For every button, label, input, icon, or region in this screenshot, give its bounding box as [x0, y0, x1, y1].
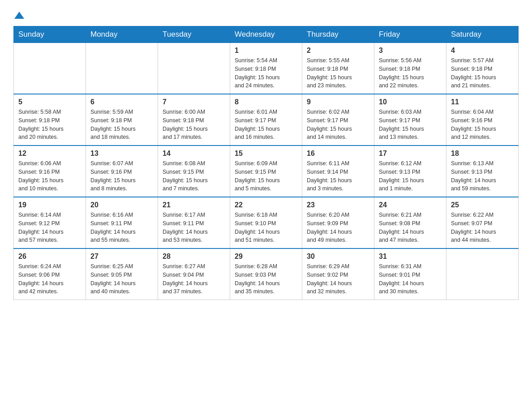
logo-triangle-icon	[14, 12, 24, 19]
calendar-cell: 24Sunrise: 6:21 AM Sunset: 9:08 PM Dayli…	[374, 197, 446, 248]
day-number: 2	[307, 47, 369, 55]
calendar-cell: 9Sunrise: 6:02 AM Sunset: 9:17 PM Daylig…	[302, 94, 374, 146]
day-number: 24	[379, 201, 442, 209]
calendar-cell	[446, 248, 519, 300]
calendar-cell: 12Sunrise: 6:06 AM Sunset: 9:16 PM Dayli…	[14, 146, 86, 197]
day-info: Sunrise: 6:27 AM Sunset: 9:04 PM Dayligh…	[163, 262, 225, 296]
day-number: 1	[235, 47, 297, 55]
calendar-cell: 11Sunrise: 6:04 AM Sunset: 9:16 PM Dayli…	[446, 94, 519, 146]
day-info: Sunrise: 6:07 AM Sunset: 9:16 PM Dayligh…	[90, 159, 153, 193]
day-number: 22	[235, 201, 297, 209]
calendar-cell: 30Sunrise: 6:29 AM Sunset: 9:02 PM Dayli…	[302, 248, 374, 300]
calendar-cell: 25Sunrise: 6:22 AM Sunset: 9:07 PM Dayli…	[446, 197, 519, 248]
day-number: 5	[18, 98, 81, 106]
calendar-cell: 13Sunrise: 6:07 AM Sunset: 9:16 PM Dayli…	[86, 146, 158, 197]
col-header-monday: Monday	[86, 26, 158, 43]
calendar-cell: 15Sunrise: 6:09 AM Sunset: 9:15 PM Dayli…	[230, 146, 302, 197]
calendar-cell: 4Sunrise: 5:57 AM Sunset: 9:18 PM Daylig…	[446, 43, 519, 94]
day-number: 27	[90, 253, 153, 261]
day-info: Sunrise: 6:25 AM Sunset: 9:05 PM Dayligh…	[90, 262, 153, 296]
day-number: 31	[379, 253, 442, 261]
day-info: Sunrise: 6:02 AM Sunset: 9:17 PM Dayligh…	[307, 108, 369, 141]
day-info: Sunrise: 6:17 AM Sunset: 9:11 PM Dayligh…	[163, 211, 225, 244]
col-header-saturday: Saturday	[446, 26, 519, 43]
day-number: 28	[163, 253, 225, 261]
calendar-cell: 23Sunrise: 6:20 AM Sunset: 9:09 PM Dayli…	[302, 197, 374, 248]
day-info: Sunrise: 5:55 AM Sunset: 9:18 PM Dayligh…	[307, 56, 369, 90]
calendar-cell: 31Sunrise: 6:31 AM Sunset: 9:01 PM Dayli…	[374, 248, 446, 300]
day-number: 15	[235, 150, 297, 158]
calendar-cell: 29Sunrise: 6:28 AM Sunset: 9:03 PM Dayli…	[230, 248, 302, 300]
day-number: 16	[307, 150, 369, 158]
day-info: Sunrise: 6:18 AM Sunset: 9:10 PM Dayligh…	[235, 211, 297, 244]
day-info: Sunrise: 6:03 AM Sunset: 9:17 PM Dayligh…	[379, 108, 442, 141]
day-info: Sunrise: 6:22 AM Sunset: 9:07 PM Dayligh…	[451, 211, 514, 244]
col-header-wednesday: Wednesday	[230, 26, 302, 43]
calendar-cell: 19Sunrise: 6:14 AM Sunset: 9:12 PM Dayli…	[14, 197, 86, 248]
day-info: Sunrise: 6:21 AM Sunset: 9:08 PM Dayligh…	[379, 211, 442, 244]
calendar-cell: 27Sunrise: 6:25 AM Sunset: 9:05 PM Dayli…	[86, 248, 158, 300]
day-info: Sunrise: 6:20 AM Sunset: 9:09 PM Dayligh…	[307, 211, 369, 244]
day-info: Sunrise: 6:06 AM Sunset: 9:16 PM Dayligh…	[18, 159, 81, 193]
page-header	[13, 9, 519, 21]
day-info: Sunrise: 6:08 AM Sunset: 9:15 PM Dayligh…	[163, 159, 225, 193]
day-number: 12	[18, 150, 81, 158]
day-info: Sunrise: 6:24 AM Sunset: 9:06 PM Dayligh…	[18, 262, 81, 296]
day-info: Sunrise: 5:57 AM Sunset: 9:18 PM Dayligh…	[451, 56, 514, 90]
calendar-cell: 18Sunrise: 6:13 AM Sunset: 9:13 PM Dayli…	[446, 146, 519, 197]
day-info: Sunrise: 6:31 AM Sunset: 9:01 PM Dayligh…	[379, 262, 442, 296]
day-number: 14	[163, 150, 225, 158]
day-info: Sunrise: 6:00 AM Sunset: 9:18 PM Dayligh…	[163, 108, 225, 141]
day-info: Sunrise: 6:14 AM Sunset: 9:12 PM Dayligh…	[18, 211, 81, 244]
day-info: Sunrise: 5:56 AM Sunset: 9:18 PM Dayligh…	[379, 56, 442, 90]
day-number: 25	[451, 201, 514, 209]
calendar-cell: 6Sunrise: 5:59 AM Sunset: 9:18 PM Daylig…	[86, 94, 158, 146]
calendar-cell: 22Sunrise: 6:18 AM Sunset: 9:10 PM Dayli…	[230, 197, 302, 248]
calendar-cell: 2Sunrise: 5:55 AM Sunset: 9:18 PM Daylig…	[302, 43, 374, 94]
day-info: Sunrise: 6:01 AM Sunset: 9:17 PM Dayligh…	[235, 108, 297, 141]
col-header-thursday: Thursday	[302, 26, 374, 43]
day-info: Sunrise: 6:09 AM Sunset: 9:15 PM Dayligh…	[235, 159, 297, 193]
calendar-cell: 10Sunrise: 6:03 AM Sunset: 9:17 PM Dayli…	[374, 94, 446, 146]
day-number: 20	[90, 201, 153, 209]
day-info: Sunrise: 6:04 AM Sunset: 9:16 PM Dayligh…	[451, 108, 514, 141]
calendar-cell: 14Sunrise: 6:08 AM Sunset: 9:15 PM Dayli…	[158, 146, 230, 197]
day-info: Sunrise: 5:59 AM Sunset: 9:18 PM Dayligh…	[90, 108, 153, 141]
day-number: 10	[379, 98, 442, 106]
day-info: Sunrise: 6:29 AM Sunset: 9:02 PM Dayligh…	[307, 262, 369, 296]
calendar-table: SundayMondayTuesdayWednesdayThursdayFrid…	[13, 26, 519, 300]
day-number: 13	[90, 150, 153, 158]
day-number: 17	[379, 150, 442, 158]
calendar-cell: 8Sunrise: 6:01 AM Sunset: 9:17 PM Daylig…	[230, 94, 302, 146]
day-number: 6	[90, 98, 153, 106]
calendar-cell: 20Sunrise: 6:16 AM Sunset: 9:11 PM Dayli…	[86, 197, 158, 248]
day-info: Sunrise: 5:58 AM Sunset: 9:18 PM Dayligh…	[18, 108, 81, 141]
col-header-friday: Friday	[374, 26, 446, 43]
day-number: 23	[307, 201, 369, 209]
calendar-cell	[14, 43, 86, 94]
day-number: 3	[379, 47, 442, 55]
day-number: 11	[451, 98, 514, 106]
day-number: 7	[163, 98, 225, 106]
col-header-sunday: Sunday	[14, 26, 86, 43]
day-number: 30	[307, 253, 369, 261]
day-info: Sunrise: 6:16 AM Sunset: 9:11 PM Dayligh…	[90, 211, 153, 244]
calendar-cell: 17Sunrise: 6:12 AM Sunset: 9:13 PM Dayli…	[374, 146, 446, 197]
day-number: 19	[18, 201, 81, 209]
day-info: Sunrise: 6:11 AM Sunset: 9:14 PM Dayligh…	[307, 159, 369, 193]
calendar-cell: 5Sunrise: 5:58 AM Sunset: 9:18 PM Daylig…	[14, 94, 86, 146]
calendar-cell	[86, 43, 158, 94]
day-info: Sunrise: 6:13 AM Sunset: 9:13 PM Dayligh…	[451, 159, 514, 193]
day-info: Sunrise: 5:54 AM Sunset: 9:18 PM Dayligh…	[235, 56, 297, 90]
calendar-cell	[158, 43, 230, 94]
calendar-cell: 3Sunrise: 5:56 AM Sunset: 9:18 PM Daylig…	[374, 43, 446, 94]
calendar-cell: 7Sunrise: 6:00 AM Sunset: 9:18 PM Daylig…	[158, 94, 230, 146]
day-number: 18	[451, 150, 514, 158]
calendar-cell: 26Sunrise: 6:24 AM Sunset: 9:06 PM Dayli…	[14, 248, 86, 300]
col-header-tuesday: Tuesday	[158, 26, 230, 43]
day-info: Sunrise: 6:12 AM Sunset: 9:13 PM Dayligh…	[379, 159, 442, 193]
day-number: 26	[18, 253, 81, 261]
calendar-cell: 21Sunrise: 6:17 AM Sunset: 9:11 PM Dayli…	[158, 197, 230, 248]
calendar-cell: 16Sunrise: 6:11 AM Sunset: 9:14 PM Dayli…	[302, 146, 374, 197]
calendar-cell: 1Sunrise: 5:54 AM Sunset: 9:18 PM Daylig…	[230, 43, 302, 94]
